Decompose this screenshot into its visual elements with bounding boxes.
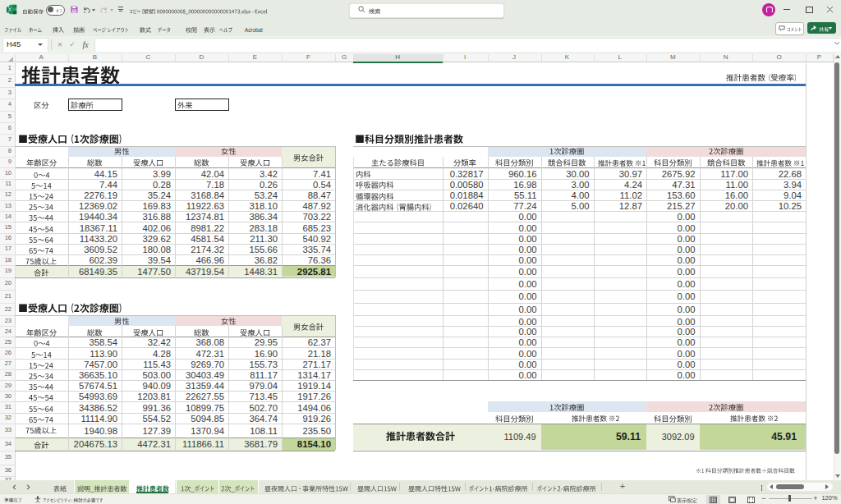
svg-text:X: X (7, 6, 11, 13)
